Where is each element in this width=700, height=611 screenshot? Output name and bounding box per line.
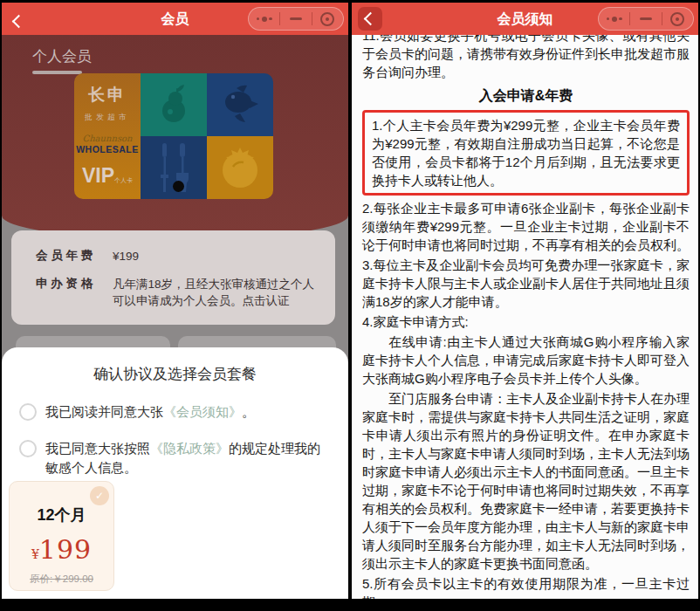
fish-icon	[216, 85, 264, 125]
agreement-text: 我已同意大张按照《隐私政策》的规定处理我的敏感个人信息。	[45, 439, 333, 477]
membership-card-carousel[interactable]: 长申 批发超市 Chaunnson WHOLESALE VIP个人卡	[74, 73, 273, 199]
modal-title: 确认协议及选择会员套餐	[2, 364, 348, 384]
annual-fee-label: 会 员 年 费	[36, 248, 113, 264]
miniprogram-capsule	[248, 7, 344, 31]
check-icon: ✓	[90, 486, 109, 505]
package-price: ¥199	[10, 534, 113, 565]
brand-script-text: Chaunnson	[83, 134, 133, 143]
radio-unchecked-icon[interactable]	[19, 403, 37, 421]
miniprogram-capsule	[598, 7, 694, 31]
radio-unchecked-icon[interactable]	[19, 440, 37, 457]
fish-tile	[207, 73, 273, 136]
agreement-prefix: 我已阅读并同意大张	[45, 404, 163, 419]
annual-fee-value: ¥199	[113, 248, 139, 264]
close-target-icon[interactable]	[662, 8, 693, 30]
minimize-icon[interactable]	[280, 8, 311, 30]
left-nav-bar: 会员	[2, 3, 348, 35]
notice-paragraph-3: 3.每位主卡及企业副卡会员均可免费办理一张家庭卡，家庭卡持卡人限与主卡人或企业副…	[362, 256, 690, 311]
original-price: 原价:￥299.00	[10, 573, 113, 586]
more-icon[interactable]	[599, 8, 629, 30]
tab-active-indicator	[32, 71, 82, 74]
vip-label: VIP个人卡	[82, 166, 133, 186]
notice-paragraph-5: 5.所有会员卡以主卡的有效使用期限为准，一旦主卡过期，	[362, 574, 690, 599]
carousel-dot-icon	[173, 181, 184, 192]
privacy-policy-link[interactable]: 《隐私政策》	[150, 441, 229, 456]
price-amount: 199	[39, 534, 92, 565]
notice-highlight-box: 1.个人主卡会员年费为¥299元整，企业主卡会员年费为¥299元整，有效期自注册…	[362, 110, 690, 196]
notice-section-heading: 入会申请&年费	[362, 87, 690, 106]
notice-paragraph-4-instore: 至门店服务台申请：主卡人及企业副卡持卡人在办理家庭卡时，需提供与家庭卡持卡人共同…	[362, 389, 690, 573]
tomato-icon	[216, 144, 264, 191]
agreement-row-notice: 我已阅读并同意大张《会员须知》。	[19, 402, 333, 422]
minimize-icon[interactable]	[630, 8, 661, 30]
brand-name-cn: 长申	[88, 84, 127, 106]
right-nav-bar: 会员须知	[352, 3, 698, 35]
agreement-text: 我已阅读并同意大张《会员须知》。	[45, 402, 255, 422]
pear-tile	[141, 73, 207, 136]
notice-paragraph-2: 2.每张企业主卡最多可申请6张企业副卡，每张企业副卡须缴纳年费¥299元整。一旦…	[362, 199, 690, 254]
vip-card-type: 个人卡	[114, 177, 133, 183]
brand-name-en: WHOLESALE	[76, 144, 139, 154]
membership-info-card: 会 员 年 费 ¥199 申 办 资 格 凡年满18岁，且经大张审核通过之个人可…	[11, 230, 335, 325]
tomato-tile	[207, 136, 273, 199]
eligibility-value[interactable]: 凡年满18岁，且经大张审核通过之个人可以申请成为个人会员。点击认证	[113, 276, 323, 309]
agreement-row-privacy: 我已同意大张按照《隐私政策》的规定处理我的敏感个人信息。	[19, 439, 333, 477]
package-duration: 12个月	[10, 505, 113, 525]
notice-paragraph-4-online: 在线申请:由主卡人通过大张商城G购小程序输入家庭卡持卡人个人信息，申请完成后家庭…	[362, 333, 690, 388]
pear-icon	[153, 83, 195, 127]
agreement-prefix: 我已同意大张按照	[45, 441, 150, 456]
tab-personal-member[interactable]: 个人会员	[32, 46, 92, 66]
agreement-modal: 确认协议及选择会员套餐 我已阅读并同意大张《会员须知》。 我已同意大张按照《隐私…	[2, 347, 348, 599]
eligibility-row: 申 办 资 格 凡年满18岁，且经大张审核通过之个人可以申请成为个人会员。点击认…	[36, 276, 323, 309]
card-brand-panel: 长申 批发超市 Chaunnson WHOLESALE VIP个人卡	[74, 73, 141, 199]
member-screen: 个人会员 长申 批发超市 Chaunnson WHOLESALE VIP个人卡	[2, 3, 348, 599]
more-icon[interactable]	[249, 8, 279, 30]
package-option-12-months[interactable]: ✓ 12个月 ¥199 原价:￥299.00	[9, 481, 114, 591]
currency-symbol: ¥	[31, 547, 39, 561]
annual-fee-row: 会 员 年 费 ¥199	[36, 248, 323, 264]
brand-subtitle: 批发超市	[85, 112, 130, 123]
member-notice-link[interactable]: 《会员须知》	[163, 404, 242, 419]
member-notice-screen: 11.会员如要更换手机号或电子会员卡头像、或有其他关于会员卡的问题，请携带有效身…	[352, 3, 698, 599]
notice-paragraph-4: 4.家庭卡申请方式:	[362, 312, 690, 331]
eligibility-label: 申 办 资 格	[36, 276, 113, 309]
notice-content: 11.会员如要更换手机号或电子会员卡头像、或有其他关于会员卡的问题，请携带有效身…	[362, 26, 690, 599]
agreement-suffix: 。	[242, 404, 255, 419]
close-target-icon[interactable]	[312, 8, 343, 30]
